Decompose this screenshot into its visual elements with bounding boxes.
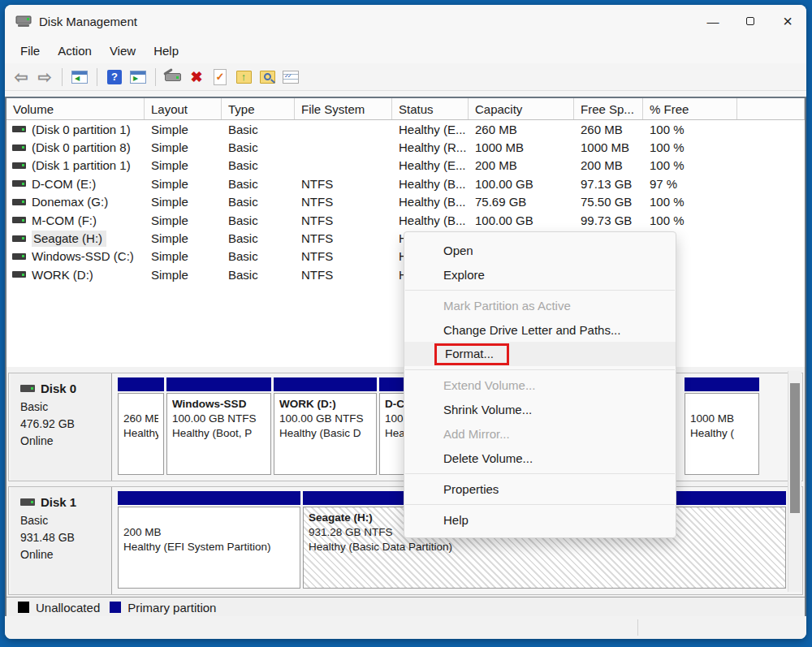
column-header-blank — [737, 98, 805, 119]
table-row[interactable]: (Disk 0 partition 1) Simple Basic Health… — [6, 120, 805, 138]
maximize-icon — [746, 17, 754, 25]
table-row[interactable]: (Disk 1 partition 1) Simple Basic Health… — [6, 157, 805, 175]
volume-icon — [12, 217, 26, 223]
column-header-file-system[interactable]: File System — [295, 98, 392, 119]
menu-item-format[interactable]: Format... — [404, 342, 676, 366]
column-header-type[interactable]: Type — [222, 98, 295, 119]
partition-color-bar — [166, 377, 271, 391]
partition-color-bar — [118, 491, 300, 505]
vertical-scrollbar[interactable] — [788, 371, 801, 592]
partition-260mb[interactable]: 260 MB Healthy — [118, 377, 164, 477]
partition-1000mb[interactable]: 1000 MB Healthy ( — [685, 377, 759, 477]
disk-0-status: Online — [20, 433, 111, 450]
maximize-button[interactable] — [732, 5, 769, 37]
volume-icon — [12, 180, 26, 187]
column-header-layout[interactable]: Layout — [145, 98, 222, 119]
partition-efi-system[interactable]: 200 MB Healthy (EFI System Partition) — [118, 491, 300, 590]
volume-icon — [12, 162, 26, 169]
menu-separator — [405, 504, 675, 505]
close-icon: × — [783, 13, 793, 29]
context-menu: Open Explore Mark Partition as Active Ch… — [404, 231, 676, 538]
disk-management-window: Disk Management — × File Action View Hel… — [5, 5, 806, 639]
show-console-tree-icon[interactable]: ◀ — [70, 67, 89, 87]
list-header: Volume Layout Type File System Status Ca… — [6, 98, 805, 120]
legend-primary-partition: Primary partition — [110, 601, 216, 615]
minimize-icon: — — [707, 15, 719, 28]
legend-bar: Unallocated Primary partition — [6, 597, 805, 618]
menu-action[interactable]: Action — [49, 41, 101, 61]
toolbar-separator — [62, 68, 63, 86]
table-row[interactable]: D-COM (E:) Simple Basic NTFS Healthy (B.… — [6, 175, 805, 192]
forward-icon[interactable]: ⇨ — [35, 67, 54, 87]
checkmark-document-icon[interactable]: ✓ — [210, 67, 230, 87]
status-bar-divider — [637, 619, 638, 636]
volume-icon — [12, 144, 26, 151]
help-icon[interactable]: ? — [105, 67, 124, 87]
menu-item-properties[interactable]: Properties — [404, 477, 676, 501]
volume-icon — [12, 253, 26, 260]
toolbar-separator — [97, 68, 97, 86]
column-header-capacity[interactable]: Capacity — [469, 98, 574, 119]
partition-color-bar — [685, 377, 759, 391]
table-row[interactable]: M-COM (F:) Simple Basic NTFS Healthy (B.… — [6, 211, 805, 229]
menu-item-extend-volume: Extend Volume... — [404, 373, 676, 397]
show-actions-pane-icon[interactable]: ▶ — [128, 67, 148, 87]
toolbar: ⇦ ⇨ ◀ ? ▶ ✖ ✓ ↑ — [5, 63, 806, 91]
column-header-volume[interactable]: Volume — [6, 98, 145, 119]
status-bar — [5, 616, 806, 639]
red-annotation-box: Format... — [434, 343, 509, 365]
table-row[interactable]: Donemax (G:) Simple Basic NTFS Healthy (… — [6, 193, 805, 211]
menu-item-change-drive-letter[interactable]: Change Drive Letter and Paths... — [404, 317, 676, 342]
toolbar-separator — [155, 68, 156, 86]
delete-icon[interactable]: ✖ — [187, 67, 206, 87]
disk-1-type: Basic — [20, 512, 111, 529]
menu-item-delete-volume[interactable]: Delete Volume... — [404, 446, 676, 470]
menu-bar: File Action View Help — [5, 37, 806, 63]
unallocated-swatch — [18, 602, 29, 613]
menu-view[interactable]: View — [101, 41, 145, 61]
disk-0-label[interactable]: Disk 0 Basic 476.92 GB Online — [11, 373, 112, 481]
minimize-button[interactable]: — — [694, 5, 732, 37]
menu-item-add-mirror: Add Mirror... — [404, 421, 676, 446]
menu-item-open[interactable]: Open — [404, 238, 676, 262]
volume-icon — [12, 126, 26, 132]
table-row[interactable]: (Disk 0 partition 8) Simple Basic Health… — [6, 138, 805, 156]
window-title: Disk Management — [39, 15, 137, 28]
partition-work[interactable]: WORK (D:) 100.00 GB NTFS Healthy (Basic … — [274, 377, 377, 477]
disk-icon — [20, 498, 35, 506]
menu-item-help[interactable]: Help — [404, 507, 676, 532]
partition-color-bar — [118, 377, 164, 391]
column-header-pct-free[interactable]: % Free — [643, 98, 737, 119]
menu-file[interactable]: File — [11, 41, 49, 61]
back-icon[interactable]: ⇦ — [11, 67, 31, 87]
folder-search-icon[interactable] — [257, 67, 277, 87]
disk-1-size: 931.48 GB — [20, 529, 111, 546]
close-button[interactable]: × — [769, 5, 806, 37]
menu-separator — [405, 290, 675, 291]
title-bar: Disk Management — × — [5, 5, 806, 37]
disk-management-icon — [15, 15, 32, 28]
menu-item-explore[interactable]: Explore — [404, 262, 676, 287]
volume-icon — [12, 235, 26, 242]
scrollbar-thumb[interactable] — [790, 383, 800, 513]
column-header-free-space[interactable]: Free Sp... — [574, 98, 643, 119]
folder-up-icon[interactable]: ↑ — [234, 67, 253, 87]
disk-icon — [20, 385, 35, 392]
partition-color-bar — [274, 377, 377, 391]
legend-unallocated: Unallocated — [18, 601, 100, 615]
menu-separator — [405, 473, 675, 474]
disk-1-status: Online — [20, 546, 111, 563]
properties-list-icon[interactable] — [281, 67, 300, 87]
menu-separator — [405, 369, 675, 370]
drive-tools-icon[interactable] — [163, 67, 183, 87]
menu-help[interactable]: Help — [145, 41, 188, 61]
desktop-background: Disk Management — × File Action View Hel… — [0, 0, 812, 647]
disk-0-size: 476.92 GB — [20, 416, 111, 433]
disk-1-label[interactable]: Disk 1 Basic 931.48 GB Online — [11, 487, 112, 594]
menu-item-shrink-volume[interactable]: Shrink Volume... — [404, 397, 676, 421]
column-header-status[interactable]: Status — [392, 98, 469, 119]
volume-icon — [12, 199, 26, 205]
disk-0-type: Basic — [20, 399, 111, 416]
partition-windows-ssd[interactable]: Windows-SSD 100.00 GB NTFS Healthy (Boot… — [166, 377, 271, 477]
volume-icon — [12, 271, 26, 278]
